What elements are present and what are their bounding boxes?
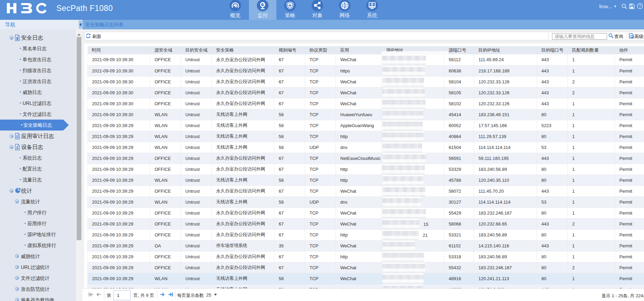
- svg-text:?: ?: [639, 4, 641, 8]
